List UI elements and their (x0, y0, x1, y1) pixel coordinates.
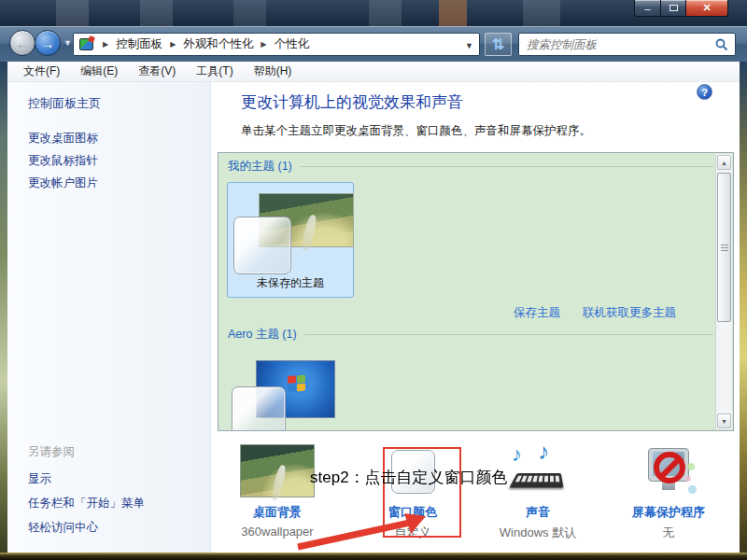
breadcrumb-personalization[interactable]: 个性化 (272, 35, 311, 54)
save-theme-link[interactable]: 保存主题 (514, 305, 560, 321)
sounds-label[interactable]: 声音 (482, 504, 594, 521)
menu-tools[interactable]: 工具(T) (190, 62, 239, 81)
recent-pages-chevron-icon[interactable]: ▼ (63, 38, 72, 48)
desktop-background-item[interactable]: 桌面背景 360wallpaper (221, 444, 333, 543)
my-themes-header: 我的主题 (1) (228, 159, 713, 175)
theme-list-scrollbar[interactable]: ▲ ▼ (715, 154, 732, 429)
sidebar-item-change-account-picture[interactable]: 更改帐户图片 (28, 175, 98, 191)
sidebar-item-ease-of-access[interactable]: 轻松访问中心 (28, 520, 98, 536)
refresh-button[interactable]: ⇅ (485, 33, 512, 56)
theme-window-glass-preview (233, 217, 291, 274)
breadcrumb-separator-icon: ▶ (97, 40, 114, 49)
music-note-icon: ♪ (538, 439, 549, 465)
window-color-label[interactable]: 窗口颜色 (357, 504, 469, 521)
page-title: 更改计算机上的视觉效果和声音 (241, 91, 463, 113)
minimize-button[interactable]: – (634, 0, 661, 17)
menu-help[interactable]: 帮助(H) (247, 62, 299, 81)
sidebar-item-change-desktop-icons[interactable]: 更改桌面图标 (28, 131, 98, 147)
maximize-button[interactable] (661, 0, 686, 17)
aero-themes-header-label: Aero 主题 (1) (228, 327, 297, 343)
header-rule (300, 166, 713, 167)
sounds-icon[interactable]: ♪ ♪ (510, 446, 566, 498)
help-icon[interactable]: ? (697, 84, 712, 100)
aero-themes-header: Aero 主题 (1) (228, 327, 713, 343)
aero-theme-tile[interactable] (227, 349, 354, 431)
screensaver-value: 无 (613, 525, 725, 541)
screensaver-item[interactable]: 屏幕保护程序 无 (613, 444, 725, 543)
scrollbar-thumb[interactable] (717, 173, 731, 322)
window-color-item[interactable]: 窗口颜色 自定义 (357, 444, 469, 543)
annotation-step-text: step2：点击自定义窗口颜色 (310, 467, 508, 488)
screensaver-label[interactable]: 屏幕保护程序 (613, 504, 725, 521)
unsaved-theme-label: 未保存的主题 (228, 275, 353, 291)
prohibition-icon (654, 452, 685, 483)
search-icon[interactable] (715, 38, 728, 51)
breadcrumb-separator-icon: ▶ (255, 40, 272, 49)
desktop-background-value: 360wallpaper (221, 525, 333, 539)
sidebar-item-control-panel-home[interactable]: 控制面板主页 (28, 95, 101, 112)
navigation-bar: ← → ▼ ▶ 控制面板 ▶ 外观和个性化 ▶ 个性化 ▼ ⇅ (0, 26, 747, 62)
close-button[interactable]: ✕ (686, 0, 728, 17)
search-box[interactable] (518, 33, 736, 56)
back-button[interactable]: ← (9, 30, 35, 56)
theme-links-row: 保存主题 联机获取更多主题 (218, 305, 676, 321)
menu-view[interactable]: 查看(V) (132, 62, 182, 81)
breadcrumb-separator-icon: ▶ (164, 40, 181, 49)
sounds-value: Windows 默认 (482, 525, 594, 541)
window-controls: – ✕ (634, 0, 728, 17)
desktop-background-label[interactable]: 桌面背景 (221, 504, 333, 521)
forward-button[interactable]: → (35, 30, 61, 56)
address-dropdown-icon[interactable]: ▼ (465, 41, 473, 50)
menu-file[interactable]: 文件(F) (17, 62, 66, 81)
window-color-value: 自定义 (357, 525, 469, 541)
keyboard-icon (509, 473, 563, 487)
bubble-decoration (685, 476, 691, 482)
scroll-down-icon[interactable]: ▼ (717, 413, 731, 428)
main-content: ? 更改计算机上的视觉效果和声音 单击某个主题立即更改桌面背景、窗口颜色、声音和… (211, 82, 740, 553)
see-also-header: 另请参阅 (28, 444, 75, 460)
scroll-up-icon[interactable]: ▲ (717, 155, 731, 170)
screensaver-icon[interactable] (641, 446, 697, 500)
theme-window-glass-preview (232, 386, 286, 431)
sidebar-item-change-mouse-pointers[interactable]: 更改鼠标指针 (28, 153, 98, 169)
window-border-left (0, 62, 7, 553)
bubble-decoration (687, 463, 695, 470)
music-note-icon: ♪ (512, 442, 522, 467)
sidebar: 控制面板主页 更改桌面图标 更改鼠标指针 更改帐户图片 另请参阅 显示 任务栏和… (7, 82, 211, 553)
my-themes-header-label: 我的主题 (1) (228, 159, 292, 175)
menu-edit[interactable]: 编辑(E) (74, 62, 124, 81)
sidebar-item-display[interactable]: 显示 (28, 471, 51, 487)
sounds-item[interactable]: ♪ ♪ 声音 Windows 默认 (482, 444, 594, 543)
personalization-window: – ✕ ← → ▼ ▶ 控制面板 ▶ 外观和个性化 ▶ 个性化 ▼ ⇅ 文件(F (0, 0, 747, 560)
breadcrumb-control-panel[interactable]: 控制面板 (114, 35, 164, 54)
address-bar[interactable]: ▶ 控制面板 ▶ 外观和个性化 ▶ 个性化 ▼ (73, 33, 480, 56)
window-border-right (740, 62, 747, 553)
menu-bar: 文件(F) 编辑(E) 查看(V) 工具(T) 帮助(H) (7, 62, 740, 82)
theme-list: 我的主题 (1) 未保存的主题 保存主题 联机获取更多主题 Aero 主题 (1… (218, 152, 734, 431)
breadcrumb-appearance[interactable]: 外观和个性化 (181, 35, 255, 54)
maximize-icon (669, 5, 678, 11)
window-border-bottom (0, 553, 747, 560)
scrollbar-grip (721, 245, 728, 251)
desktop-background-thumbnail[interactable] (240, 444, 315, 497)
personalization-icon (79, 38, 93, 50)
windows-logo-icon (287, 374, 307, 395)
header-rule (304, 334, 713, 335)
search-input[interactable] (527, 38, 711, 51)
unsaved-theme-tile[interactable]: 未保存的主题 (227, 182, 354, 298)
page-subtitle: 单击某个主题立即更改桌面背景、窗口颜色、声音和屏幕保护程序。 (241, 123, 591, 139)
bubble-decoration (688, 485, 697, 494)
sidebar-item-taskbar-start-menu[interactable]: 任务栏和「开始」菜单 (28, 496, 145, 511)
get-more-themes-link[interactable]: 联机获取更多主题 (583, 305, 676, 321)
